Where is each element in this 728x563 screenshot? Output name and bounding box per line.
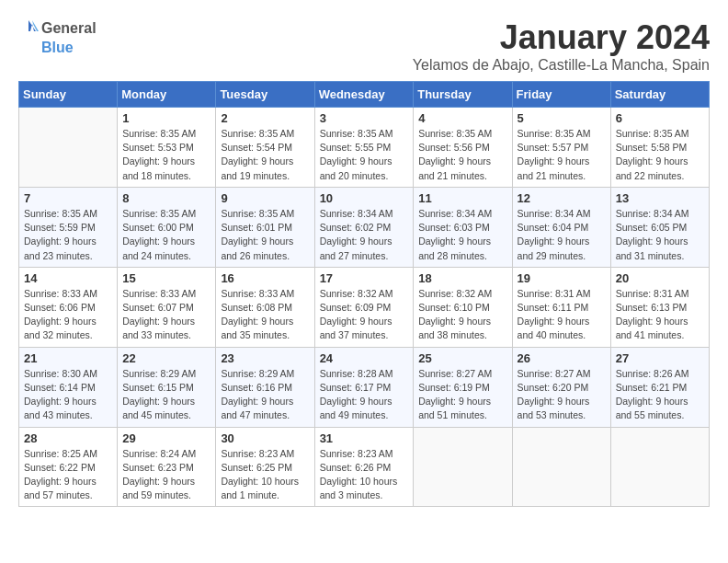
day-info: Sunrise: 8:35 AMSunset: 5:56 PMDaylight:…: [418, 127, 506, 183]
day-number: 11: [418, 191, 506, 205]
day-info: Sunrise: 8:23 AMSunset: 6:26 PMDaylight:…: [320, 447, 409, 503]
day-number: 14: [24, 271, 112, 285]
header-sunday: Sunday: [19, 82, 118, 108]
logo-bird-icon: [18, 18, 39, 39]
svg-marker-1: [32, 20, 39, 31]
day-number: 3: [320, 111, 409, 125]
calendar-cell: 16Sunrise: 8:33 AMSunset: 6:08 PMDayligh…: [216, 267, 314, 347]
day-number: 18: [418, 271, 506, 285]
day-info: Sunrise: 8:28 AMSunset: 6:17 PMDaylight:…: [320, 367, 409, 423]
day-info: Sunrise: 8:35 AMSunset: 5:55 PMDaylight:…: [320, 127, 409, 183]
day-number: 25: [418, 351, 506, 365]
day-info: Sunrise: 8:27 AMSunset: 6:19 PMDaylight:…: [418, 367, 506, 423]
day-number: 9: [221, 191, 309, 205]
day-number: 12: [518, 191, 606, 205]
day-number: 5: [518, 111, 606, 125]
day-number: 27: [616, 351, 704, 365]
day-info: Sunrise: 8:35 AMSunset: 5:53 PMDaylight:…: [122, 127, 210, 183]
day-number: 13: [616, 191, 704, 205]
calendar-cell: 5Sunrise: 8:35 AMSunset: 5:57 PMDaylight…: [512, 108, 610, 188]
header-saturday: Saturday: [610, 82, 709, 108]
day-number: 28: [24, 431, 112, 445]
day-number: 26: [518, 351, 606, 365]
header-tuesday: Tuesday: [216, 82, 314, 108]
day-info: Sunrise: 8:29 AMSunset: 6:16 PMDaylight:…: [221, 367, 309, 423]
calendar-cell: [512, 427, 610, 507]
day-info: Sunrise: 8:29 AMSunset: 6:15 PMDaylight:…: [122, 367, 210, 423]
calendar-cell: 14Sunrise: 8:33 AMSunset: 6:06 PMDayligh…: [19, 267, 118, 347]
day-info: Sunrise: 8:33 AMSunset: 6:08 PMDaylight:…: [221, 287, 309, 343]
calendar-cell: 8Sunrise: 8:35 AMSunset: 6:00 PMDaylight…: [118, 187, 216, 267]
logo: General Blue: [18, 18, 97, 56]
calendar-cell: 12Sunrise: 8:34 AMSunset: 6:04 PMDayligh…: [512, 187, 610, 267]
day-number: 23: [221, 351, 309, 365]
day-number: 2: [221, 111, 309, 125]
page-header: General Blue January 2024 Yelamos de Aba…: [18, 18, 710, 74]
calendar-cell: 3Sunrise: 8:35 AMSunset: 5:55 PMDaylight…: [314, 108, 414, 188]
calendar-week-row: 1Sunrise: 8:35 AMSunset: 5:53 PMDaylight…: [19, 108, 710, 188]
calendar-table: SundayMondayTuesdayWednesdayThursdayFrid…: [18, 81, 710, 507]
month-title: January 2024: [413, 18, 710, 57]
calendar-cell: 11Sunrise: 8:34 AMSunset: 6:03 PMDayligh…: [414, 187, 512, 267]
calendar-cell: 29Sunrise: 8:24 AMSunset: 6:23 PMDayligh…: [118, 427, 216, 507]
day-number: 29: [122, 431, 210, 445]
calendar-cell: 9Sunrise: 8:35 AMSunset: 6:01 PMDaylight…: [216, 187, 314, 267]
calendar-cell: 27Sunrise: 8:26 AMSunset: 6:21 PMDayligh…: [610, 347, 709, 427]
header-monday: Monday: [118, 82, 216, 108]
day-number: 8: [122, 191, 210, 205]
header-friday: Friday: [512, 82, 610, 108]
header-wednesday: Wednesday: [314, 82, 414, 108]
calendar-cell: 18Sunrise: 8:32 AMSunset: 6:10 PMDayligh…: [414, 267, 512, 347]
calendar-cell: 25Sunrise: 8:27 AMSunset: 6:19 PMDayligh…: [414, 347, 512, 427]
day-info: Sunrise: 8:33 AMSunset: 6:06 PMDaylight:…: [24, 287, 112, 343]
day-info: Sunrise: 8:35 AMSunset: 5:57 PMDaylight:…: [518, 127, 606, 183]
day-info: Sunrise: 8:27 AMSunset: 6:20 PMDaylight:…: [518, 367, 606, 423]
day-info: Sunrise: 8:35 AMSunset: 5:54 PMDaylight:…: [221, 127, 309, 183]
logo-text-blue: Blue: [41, 39, 74, 56]
day-info: Sunrise: 8:23 AMSunset: 6:25 PMDaylight:…: [221, 447, 309, 503]
day-info: Sunrise: 8:31 AMSunset: 6:13 PMDaylight:…: [616, 287, 704, 343]
day-number: 15: [122, 271, 210, 285]
day-info: Sunrise: 8:35 AMSunset: 6:00 PMDaylight:…: [122, 207, 210, 263]
day-number: 31: [320, 431, 409, 445]
calendar-cell: 4Sunrise: 8:35 AMSunset: 5:56 PMDaylight…: [414, 108, 512, 188]
day-number: 1: [122, 111, 210, 125]
day-info: Sunrise: 8:33 AMSunset: 6:07 PMDaylight:…: [122, 287, 210, 343]
day-number: 20: [616, 271, 704, 285]
calendar-cell: 22Sunrise: 8:29 AMSunset: 6:15 PMDayligh…: [118, 347, 216, 427]
calendar-cell: 23Sunrise: 8:29 AMSunset: 6:16 PMDayligh…: [216, 347, 314, 427]
calendar-cell: 1Sunrise: 8:35 AMSunset: 5:53 PMDaylight…: [118, 108, 216, 188]
calendar-week-row: 14Sunrise: 8:33 AMSunset: 6:06 PMDayligh…: [19, 267, 710, 347]
day-number: 19: [518, 271, 606, 285]
day-info: Sunrise: 8:25 AMSunset: 6:22 PMDaylight:…: [24, 447, 112, 503]
day-number: 22: [122, 351, 210, 365]
calendar-header-row: SundayMondayTuesdayWednesdayThursdayFrid…: [19, 82, 710, 108]
calendar-cell: 10Sunrise: 8:34 AMSunset: 6:02 PMDayligh…: [314, 187, 414, 267]
day-number: 16: [221, 271, 309, 285]
day-number: 30: [221, 431, 309, 445]
calendar-cell: 31Sunrise: 8:23 AMSunset: 6:26 PMDayligh…: [314, 427, 414, 507]
calendar-cell: 7Sunrise: 8:35 AMSunset: 5:59 PMDaylight…: [19, 187, 118, 267]
day-info: Sunrise: 8:24 AMSunset: 6:23 PMDaylight:…: [122, 447, 210, 503]
day-number: 24: [320, 351, 409, 365]
calendar-cell: 24Sunrise: 8:28 AMSunset: 6:17 PMDayligh…: [314, 347, 414, 427]
day-info: Sunrise: 8:30 AMSunset: 6:14 PMDaylight:…: [24, 367, 112, 423]
calendar-week-row: 28Sunrise: 8:25 AMSunset: 6:22 PMDayligh…: [19, 427, 710, 507]
day-info: Sunrise: 8:26 AMSunset: 6:21 PMDaylight:…: [616, 367, 704, 423]
location-title: Yelamos de Abajo, Castille-La Mancha, Sp…: [413, 57, 710, 74]
day-info: Sunrise: 8:32 AMSunset: 6:10 PMDaylight:…: [418, 287, 506, 343]
day-info: Sunrise: 8:34 AMSunset: 6:03 PMDaylight:…: [418, 207, 506, 263]
calendar-cell: [610, 427, 709, 507]
day-number: 21: [24, 351, 112, 365]
calendar-cell: 15Sunrise: 8:33 AMSunset: 6:07 PMDayligh…: [118, 267, 216, 347]
calendar-week-row: 7Sunrise: 8:35 AMSunset: 5:59 PMDaylight…: [19, 187, 710, 267]
day-info: Sunrise: 8:35 AMSunset: 5:58 PMDaylight:…: [616, 127, 704, 183]
calendar-cell: 28Sunrise: 8:25 AMSunset: 6:22 PMDayligh…: [19, 427, 118, 507]
day-info: Sunrise: 8:34 AMSunset: 6:02 PMDaylight:…: [320, 207, 409, 263]
calendar-week-row: 21Sunrise: 8:30 AMSunset: 6:14 PMDayligh…: [19, 347, 710, 427]
calendar-cell: 30Sunrise: 8:23 AMSunset: 6:25 PMDayligh…: [216, 427, 314, 507]
calendar-cell: 17Sunrise: 8:32 AMSunset: 6:09 PMDayligh…: [314, 267, 414, 347]
calendar-cell: 13Sunrise: 8:34 AMSunset: 6:05 PMDayligh…: [610, 187, 709, 267]
day-number: 7: [24, 191, 112, 205]
calendar-cell: 6Sunrise: 8:35 AMSunset: 5:58 PMDaylight…: [610, 108, 709, 188]
